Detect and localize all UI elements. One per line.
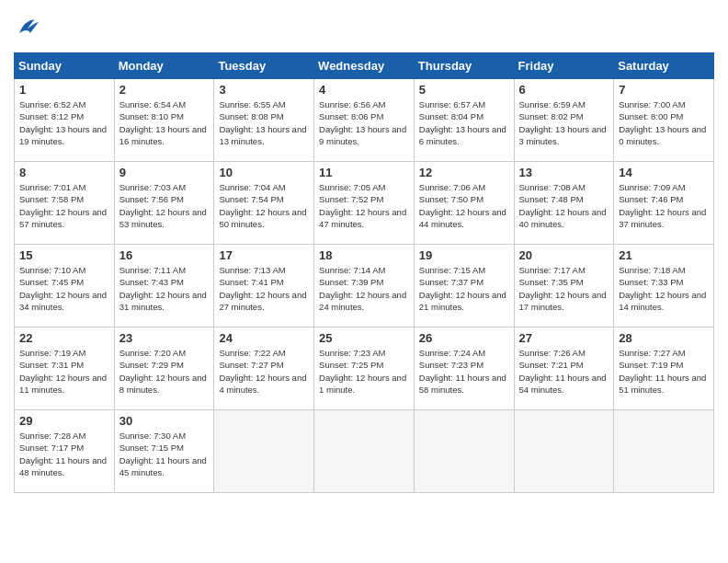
calendar-day-26: 26 Sunrise: 7:24 AM Sunset: 7:23 PM Dayl… [414, 327, 514, 410]
calendar-day-12: 12 Sunrise: 7:06 AM Sunset: 7:50 PM Dayl… [414, 162, 514, 245]
calendar-day-23: 23 Sunrise: 7:20 AM Sunset: 7:29 PM Dayl… [114, 327, 214, 410]
logo-bird-icon [14, 14, 41, 41]
calendar-day-1: 1 Sunrise: 6:52 AM Sunset: 8:12 PM Dayli… [15, 79, 115, 162]
calendar-header-friday: Friday [514, 53, 614, 79]
calendar-day-16: 16 Sunrise: 7:11 AM Sunset: 7:43 PM Dayl… [114, 245, 214, 327]
calendar-day-9: 9 Sunrise: 7:03 AM Sunset: 7:56 PM Dayli… [114, 162, 214, 245]
day-number: 5 [419, 83, 509, 97]
day-number: 23 [119, 331, 210, 345]
day-number: 16 [119, 248, 210, 262]
calendar-week-row: 22 Sunrise: 7:19 AM Sunset: 7:31 PM Dayl… [15, 327, 714, 410]
day-number: 12 [419, 166, 509, 179]
empty-cell [414, 410, 514, 493]
calendar-header-row: SundayMondayTuesdayWednesdayThursdayFrid… [15, 53, 714, 79]
calendar-day-19: 19 Sunrise: 7:15 AM Sunset: 7:37 PM Dayl… [414, 245, 514, 327]
day-number: 11 [319, 166, 409, 179]
day-info: Sunrise: 7:08 AM Sunset: 7:48 PM Dayligh… [519, 181, 609, 230]
calendar-day-20: 20 Sunrise: 7:17 AM Sunset: 7:35 PM Dayl… [514, 245, 614, 327]
calendar-day-5: 5 Sunrise: 6:57 AM Sunset: 8:04 PM Dayli… [414, 79, 514, 162]
calendar-header-monday: Monday [114, 53, 214, 79]
day-info: Sunrise: 6:52 AM Sunset: 8:12 PM Dayligh… [19, 98, 109, 147]
day-number: 14 [619, 166, 709, 179]
day-info: Sunrise: 7:17 AM Sunset: 7:35 PM Dayligh… [519, 264, 609, 313]
day-info: Sunrise: 7:22 AM Sunset: 7:27 PM Dayligh… [219, 347, 309, 396]
logo [14, 14, 45, 41]
calendar-table: SundayMondayTuesdayWednesdayThursdayFrid… [14, 52, 714, 493]
calendar-day-10: 10 Sunrise: 7:04 AM Sunset: 7:54 PM Dayl… [214, 162, 314, 245]
calendar-day-4: 4 Sunrise: 6:56 AM Sunset: 8:06 PM Dayli… [314, 79, 415, 162]
day-number: 1 [19, 83, 109, 97]
day-number: 4 [319, 83, 409, 97]
day-number: 6 [519, 83, 609, 97]
calendar-day-24: 24 Sunrise: 7:22 AM Sunset: 7:27 PM Dayl… [214, 327, 314, 410]
calendar-header-thursday: Thursday [414, 53, 514, 79]
calendar-week-row: 8 Sunrise: 7:01 AM Sunset: 7:58 PM Dayli… [15, 162, 714, 245]
empty-cell [314, 410, 415, 493]
calendar-day-15: 15 Sunrise: 7:10 AM Sunset: 7:45 PM Dayl… [15, 245, 115, 327]
day-number: 30 [119, 414, 210, 428]
calendar-day-25: 25 Sunrise: 7:23 AM Sunset: 7:25 PM Dayl… [314, 327, 415, 410]
day-info: Sunrise: 7:26 AM Sunset: 7:21 PM Dayligh… [519, 347, 609, 396]
day-info: Sunrise: 7:09 AM Sunset: 7:46 PM Dayligh… [619, 181, 709, 230]
calendar-day-11: 11 Sunrise: 7:05 AM Sunset: 7:52 PM Dayl… [314, 162, 415, 245]
day-info: Sunrise: 7:10 AM Sunset: 7:45 PM Dayligh… [19, 264, 109, 313]
calendar-day-29: 29 Sunrise: 7:28 AM Sunset: 7:17 PM Dayl… [15, 410, 115, 493]
day-number: 22 [19, 331, 109, 345]
calendar-day-27: 27 Sunrise: 7:26 AM Sunset: 7:21 PM Dayl… [514, 327, 614, 410]
day-info: Sunrise: 7:30 AM Sunset: 7:15 PM Dayligh… [119, 430, 210, 478]
day-number: 21 [619, 248, 709, 262]
day-info: Sunrise: 7:13 AM Sunset: 7:41 PM Dayligh… [219, 264, 309, 313]
empty-cell [614, 410, 714, 493]
calendar-week-row: 29 Sunrise: 7:28 AM Sunset: 7:17 PM Dayl… [15, 410, 714, 493]
empty-cell [214, 410, 314, 493]
day-number: 10 [219, 166, 309, 179]
calendar-header-sunday: Sunday [15, 53, 115, 79]
day-number: 28 [619, 331, 709, 345]
calendar-week-row: 1 Sunrise: 6:52 AM Sunset: 8:12 PM Dayli… [15, 79, 714, 162]
day-info: Sunrise: 7:05 AM Sunset: 7:52 PM Dayligh… [319, 181, 409, 230]
day-info: Sunrise: 7:27 AM Sunset: 7:19 PM Dayligh… [619, 347, 709, 396]
day-number: 20 [519, 248, 609, 262]
day-info: Sunrise: 7:00 AM Sunset: 8:00 PM Dayligh… [619, 98, 709, 147]
day-info: Sunrise: 7:23 AM Sunset: 7:25 PM Dayligh… [319, 347, 409, 396]
day-info: Sunrise: 6:57 AM Sunset: 8:04 PM Dayligh… [419, 98, 509, 147]
day-number: 15 [19, 248, 109, 262]
calendar-day-3: 3 Sunrise: 6:55 AM Sunset: 8:08 PM Dayli… [214, 79, 314, 162]
calendar-day-30: 30 Sunrise: 7:30 AM Sunset: 7:15 PM Dayl… [114, 410, 214, 493]
day-info: Sunrise: 7:19 AM Sunset: 7:31 PM Dayligh… [19, 347, 109, 396]
day-info: Sunrise: 6:55 AM Sunset: 8:08 PM Dayligh… [219, 98, 309, 147]
day-number: 26 [419, 331, 509, 345]
day-info: Sunrise: 6:59 AM Sunset: 8:02 PM Dayligh… [519, 98, 609, 147]
calendar-day-13: 13 Sunrise: 7:08 AM Sunset: 7:48 PM Dayl… [514, 162, 614, 245]
calendar-header-wednesday: Wednesday [314, 53, 415, 79]
calendar-day-7: 7 Sunrise: 7:00 AM Sunset: 8:00 PM Dayli… [614, 79, 714, 162]
day-number: 7 [619, 83, 709, 97]
day-info: Sunrise: 7:24 AM Sunset: 7:23 PM Dayligh… [419, 347, 509, 396]
day-number: 9 [119, 166, 210, 179]
calendar-day-8: 8 Sunrise: 7:01 AM Sunset: 7:58 PM Dayli… [15, 162, 115, 245]
day-info: Sunrise: 7:20 AM Sunset: 7:29 PM Dayligh… [119, 347, 210, 396]
day-info: Sunrise: 6:54 AM Sunset: 8:10 PM Dayligh… [119, 98, 210, 147]
page-header [14, 14, 714, 41]
calendar-header-saturday: Saturday [614, 53, 714, 79]
empty-cell [514, 410, 614, 493]
day-info: Sunrise: 7:14 AM Sunset: 7:39 PM Dayligh… [319, 264, 409, 313]
calendar-day-21: 21 Sunrise: 7:18 AM Sunset: 7:33 PM Dayl… [614, 245, 714, 327]
day-number: 24 [219, 331, 309, 345]
calendar-day-2: 2 Sunrise: 6:54 AM Sunset: 8:10 PM Dayli… [114, 79, 214, 162]
calendar-day-22: 22 Sunrise: 7:19 AM Sunset: 7:31 PM Dayl… [15, 327, 115, 410]
day-number: 18 [319, 248, 409, 262]
day-number: 13 [519, 166, 609, 179]
calendar-day-14: 14 Sunrise: 7:09 AM Sunset: 7:46 PM Dayl… [614, 162, 714, 245]
calendar-day-18: 18 Sunrise: 7:14 AM Sunset: 7:39 PM Dayl… [314, 245, 415, 327]
calendar-header-tuesday: Tuesday [214, 53, 314, 79]
day-info: Sunrise: 7:18 AM Sunset: 7:33 PM Dayligh… [619, 264, 709, 313]
day-info: Sunrise: 7:11 AM Sunset: 7:43 PM Dayligh… [119, 264, 210, 313]
day-number: 25 [319, 331, 409, 345]
day-number: 27 [519, 331, 609, 345]
day-number: 17 [219, 248, 309, 262]
day-info: Sunrise: 7:04 AM Sunset: 7:54 PM Dayligh… [219, 181, 309, 230]
calendar-day-17: 17 Sunrise: 7:13 AM Sunset: 7:41 PM Dayl… [214, 245, 314, 327]
day-info: Sunrise: 7:01 AM Sunset: 7:58 PM Dayligh… [19, 181, 109, 230]
day-number: 3 [219, 83, 309, 97]
